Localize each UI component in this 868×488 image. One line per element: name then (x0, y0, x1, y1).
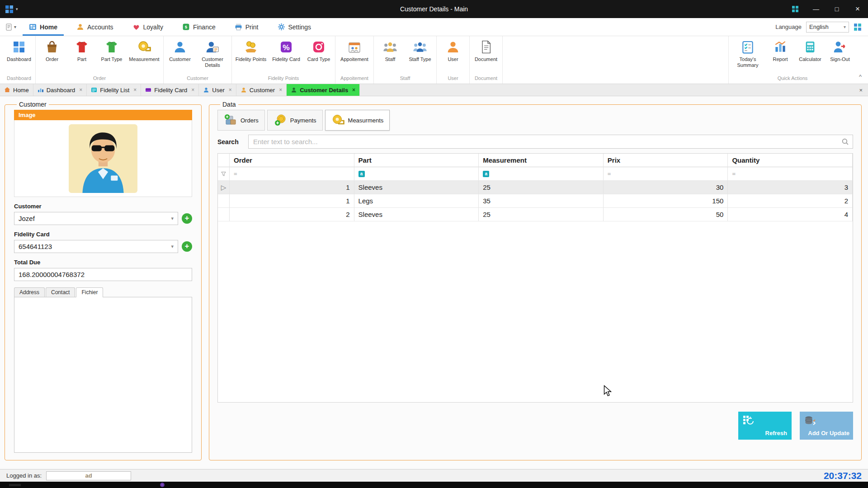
tab-payments[interactable]: Payments (267, 110, 323, 131)
add-customer-button[interactable]: + (182, 213, 192, 224)
grid-row-2[interactable]: 1 Legs 35 150 2 (218, 194, 853, 208)
doc-tab-user[interactable]: User × (199, 84, 236, 96)
ribbon-part-button[interactable]: Part (67, 38, 97, 64)
column-header-measurement[interactable]: Measurement (479, 154, 604, 167)
doc-tab-dashboard[interactable]: Dashboard × (33, 84, 87, 96)
filter-cell-quantity[interactable]: = (728, 167, 853, 181)
column-header-prix[interactable]: Prix (604, 154, 728, 167)
measuring-tape-icon (137, 40, 151, 54)
filter-cell-prix[interactable]: = (604, 167, 728, 181)
tab-fichier[interactable]: Fichier (76, 287, 103, 297)
cell-measurement[interactable]: 35 (479, 194, 604, 208)
ribbon-appoitement-button[interactable]: Appoitement (337, 38, 372, 64)
row-expand-icon[interactable]: ▷ (218, 181, 230, 194)
tabbar-close-button[interactable]: × (854, 84, 868, 96)
maximize-button[interactable]: □ (826, 0, 847, 18)
add-fidelity-card-button[interactable]: + (182, 241, 192, 252)
search-input[interactable] (248, 135, 853, 149)
menu-tab-settings[interactable]: Settings (271, 18, 318, 36)
search-icon[interactable] (841, 138, 849, 145)
cell-quantity[interactable]: 4 (728, 208, 853, 221)
apps-grid-button[interactable] (785, 0, 806, 18)
chevron-down-icon[interactable]: ▾ (171, 244, 174, 249)
ribbon-todays-summary-button[interactable]: Today's Summary (730, 38, 765, 69)
customer-combobox[interactable]: Jozef ▾ (14, 212, 178, 225)
close-tab-icon[interactable]: × (191, 87, 194, 93)
total-due-input[interactable] (14, 268, 192, 281)
ribbon-document-button[interactable]: Document (471, 38, 501, 64)
app-logo[interactable]: ▾ (0, 5, 18, 13)
cell-order[interactable]: 1 (230, 194, 354, 208)
app-menu-chevron-icon[interactable]: ▾ (16, 7, 18, 11)
column-header-quantity[interactable]: Quantity (728, 154, 853, 167)
tab-measurments[interactable]: Measurments (325, 110, 390, 131)
ribbon-report-button[interactable]: Report (765, 38, 795, 64)
minimize-button[interactable]: — (806, 0, 826, 18)
tab-orders[interactable]: Orders (217, 110, 265, 131)
cell-quantity[interactable]: 2 (728, 194, 853, 208)
customer-panel-title: Customer (17, 101, 49, 108)
cell-order[interactable]: 1 (230, 181, 354, 194)
fidelity-card-combobox[interactable]: 654641123 ▾ (14, 240, 178, 253)
ribbon-staff-button[interactable]: Staff (375, 38, 405, 64)
filter-cell-order[interactable]: = (230, 167, 354, 181)
cell-order[interactable]: 2 (230, 208, 354, 221)
doc-tab-home[interactable]: Home (0, 84, 33, 96)
close-tab-icon[interactable]: × (279, 87, 282, 93)
filter-cell-measurement[interactable]: a (479, 167, 604, 181)
menu-tab-loyalty[interactable]: Loyalty (126, 18, 170, 36)
cell-part[interactable]: Legs (354, 194, 479, 208)
menu-tab-print[interactable]: Print (228, 18, 265, 36)
tab-contact[interactable]: Contact (46, 287, 75, 297)
layout-grid-icon[interactable] (854, 23, 862, 31)
cell-prix[interactable]: 150 (604, 194, 728, 208)
language-select[interactable]: English ▾ (806, 22, 849, 33)
ribbon-item-label: Dashboard (7, 56, 31, 62)
ribbon-staff-type-button[interactable]: Staff Type (405, 38, 435, 64)
doc-tab-customer-details[interactable]: Customer Details × (287, 84, 360, 96)
ribbon-sign-out-button[interactable]: Sign-Out (825, 38, 855, 64)
ribbon-dashboard-button[interactable]: Dashboard (4, 38, 34, 64)
ribbon-part-type-button[interactable]: Part Type (97, 38, 127, 64)
ribbon-user-button[interactable]: User (438, 38, 468, 64)
doc-tab-fidelity-card[interactable]: Fidelity Card × (141, 84, 199, 96)
doc-tab-customer[interactable]: Customer × (236, 84, 287, 96)
ribbon-card-type-button[interactable]: Card Type (304, 38, 334, 64)
ribbon-order-button[interactable]: Order (37, 38, 67, 64)
ribbon-fidelity-points-button[interactable]: Fidelity Points (233, 38, 269, 64)
cell-prix[interactable]: 30 (604, 181, 728, 194)
menu-tab-home[interactable]: Home (23, 18, 64, 36)
taskbar-app-icon[interactable] (160, 483, 165, 487)
cell-prix[interactable]: 50 (604, 208, 728, 221)
column-header-order[interactable]: Order (230, 154, 354, 167)
doc-tab-fidelity-list[interactable]: Fidelity List × (87, 84, 141, 96)
ribbon-calculator-button[interactable]: Calculator (795, 38, 825, 64)
windows-taskbar[interactable] (0, 482, 868, 488)
ribbon-customer-button[interactable]: Customer (165, 38, 195, 64)
chevron-down-icon[interactable]: ▾ (171, 216, 174, 221)
cell-part[interactable]: Sleeves (354, 181, 479, 194)
refresh-button[interactable]: Refresh (738, 412, 792, 440)
ribbon-collapse-button[interactable]: ^ (856, 73, 864, 80)
grid-row-1[interactable]: ▷ 1 Sleeves 25 30 3 (218, 181, 853, 194)
cell-measurement[interactable]: 25 (479, 208, 604, 221)
close-tab-icon[interactable]: × (352, 87, 355, 93)
close-tab-icon[interactable]: × (229, 87, 232, 93)
close-button[interactable]: × (847, 0, 868, 18)
close-tab-icon[interactable]: × (133, 87, 137, 93)
grid-row-3[interactable]: 2 Sleeves 25 50 4 (218, 208, 853, 221)
menu-tab-accounts[interactable]: Accounts (70, 18, 120, 36)
filter-cell-part[interactable]: a (354, 167, 479, 181)
cell-quantity[interactable]: 3 (728, 181, 853, 194)
ribbon-fidelity-card-button[interactable]: % Fidelity Card (269, 38, 304, 64)
column-header-part[interactable]: Part (354, 154, 479, 167)
menu-tab-finance[interactable]: $ Finance (176, 18, 222, 36)
close-tab-icon[interactable]: × (79, 87, 82, 93)
ribbon-measurement-button[interactable]: Measurement (127, 38, 162, 64)
add-or-update-button[interactable]: Add Or Update (800, 412, 853, 440)
tab-address[interactable]: Address (14, 287, 45, 297)
cell-part[interactable]: Sleeves (354, 208, 479, 221)
ribbon-customer-details-button[interactable]: Customer Details (195, 38, 230, 69)
cell-measurement[interactable]: 25 (479, 181, 604, 194)
file-menu-button[interactable]: ▾ (0, 18, 23, 36)
